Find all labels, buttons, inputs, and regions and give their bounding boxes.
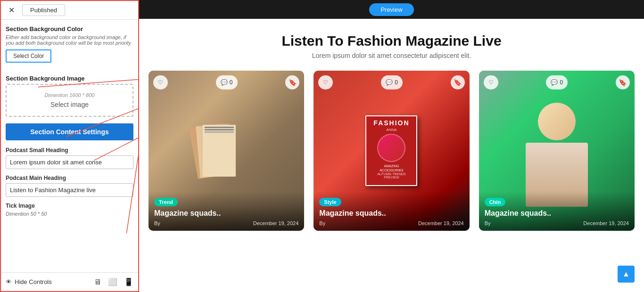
card-1-by: By: [154, 220, 160, 226]
bg-color-title: Section Background Color: [6, 25, 133, 32]
podcast-small-heading-group: Podcast Small Heading: [6, 147, 133, 169]
card-3-overlay: Chin Magazine squads.. By December 19, 2…: [479, 192, 635, 231]
published-button[interactable]: Published: [22, 4, 65, 16]
preview-button[interactable]: Preview: [369, 3, 413, 16]
panel-header: ✕ Published: [1, 1, 138, 20]
card-2-title: Magazine squads..: [319, 209, 463, 218]
section-subtitle: Lorem ipsum dolor sit amet consectetur a…: [149, 52, 635, 59]
select-image-label: Select image: [14, 101, 125, 108]
heart-icon: ♡: [158, 79, 163, 86]
eye-icon: 👁: [6, 278, 12, 285]
podcast-main-heading-input[interactable]: [6, 183, 133, 197]
card-3-bookmark[interactable]: 🔖: [616, 75, 630, 89]
comment-icon-3: 💬: [551, 79, 558, 86]
card-1-comment-count: 0: [230, 79, 233, 86]
card-3-comment-count: 0: [560, 79, 563, 86]
hide-controls-button[interactable]: 👁 Hide Controls: [6, 278, 52, 285]
bookmark-icon-2: 🔖: [454, 79, 462, 86]
card-1-date: December 19, 2024: [253, 220, 299, 226]
image-upload-area[interactable]: Dimention 1600 * 800 Select image: [6, 84, 133, 117]
card-3-icons: ♡ 💬 0 🔖: [479, 75, 635, 89]
card-3-title: Magazine squads..: [485, 209, 629, 218]
card-1: ♡ 💬 0 🔖 Trend Magazine squads.. By: [149, 71, 304, 231]
main-content: Preview Listen To Fashion Magazine Live …: [139, 0, 644, 292]
card-2-meta: By December 19, 2024: [319, 220, 463, 226]
content-area: Listen To Fashion Magazine Live Lorem ip…: [139, 19, 644, 292]
hide-controls-label: Hide Controls: [15, 278, 52, 285]
tick-image-dim: Dimention 50 * 50: [6, 211, 133, 217]
card-2: FASHION ANNA AMAZINGACCESSORIES AUTUMN T…: [314, 71, 469, 231]
content-settings-button[interactable]: Section Content Settings: [6, 123, 133, 140]
left-panel: ✕ Published Section Background Color Eit…: [0, 0, 139, 292]
card-1-overlay: Trend Magazine squads.. By December 19, …: [149, 192, 304, 231]
cards-grid: ♡ 💬 0 🔖 Trend Magazine squads.. By: [149, 71, 635, 231]
comment-icon-2: 💬: [386, 79, 393, 86]
podcast-main-heading-group: Podcast Main Heading: [6, 175, 133, 197]
card-2-by: By: [319, 220, 325, 226]
bg-image-title: Section Background Image: [6, 75, 133, 82]
heart-icon-2: ♡: [323, 79, 328, 86]
monitor-button[interactable]: 🖥: [94, 277, 101, 286]
card-2-bookmark[interactable]: 🔖: [451, 75, 465, 89]
bookmark-icon-3: 🔖: [619, 79, 627, 86]
close-button[interactable]: ✕: [6, 5, 17, 16]
panel-content: Section Background Color Either add back…: [1, 20, 138, 272]
podcast-main-heading-label: Podcast Main Heading: [6, 175, 133, 181]
card-3-tag: Chin: [485, 198, 505, 206]
tick-image-label: Tick Image: [6, 203, 133, 209]
card-2-overlay: Style Magazine squads.. By December 19, …: [314, 192, 469, 231]
card-1-meta: By December 19, 2024: [154, 220, 298, 226]
card-1-title: Magazine squads..: [154, 209, 298, 218]
card-1-bookmark[interactable]: 🔖: [285, 75, 299, 89]
card-2-date: December 19, 2024: [418, 220, 464, 226]
footer-icons: 🖥 ⬜ 📱: [94, 277, 133, 286]
tick-image-group: Tick Image Dimention 50 * 50: [6, 203, 133, 217]
card-2-heart[interactable]: ♡: [318, 75, 333, 89]
panel-footer: 👁 Hide Controls 🖥 ⬜ 📱: [1, 272, 138, 291]
card-2-comment-count: 0: [395, 79, 398, 86]
bookmark-icon: 🔖: [289, 79, 297, 86]
card-3-meta: By December 19, 2024: [485, 220, 629, 226]
card-1-heart[interactable]: ♡: [153, 75, 168, 89]
dimension-label: Dimention 1600 * 800: [14, 92, 125, 98]
top-bar: Preview: [139, 0, 644, 19]
card-1-comments[interactable]: 💬 0: [216, 75, 238, 89]
select-color-button[interactable]: Select Color: [6, 49, 51, 63]
card-3-date: December 19, 2024: [583, 220, 629, 226]
heart-icon-3: ♡: [488, 79, 494, 86]
bg-color-desc: Either add background color or backgroun…: [6, 34, 133, 46]
podcast-small-heading-input[interactable]: [6, 155, 133, 169]
mobile-button[interactable]: 📱: [124, 277, 133, 286]
tablet-button[interactable]: ⬜: [108, 277, 117, 286]
card-1-icons: ♡ 💬 0 🔖: [149, 75, 304, 89]
comment-icon: 💬: [221, 79, 228, 86]
section-heading: Listen To Fashion Magazine Live Lorem ip…: [149, 33, 635, 59]
scroll-to-top-button[interactable]: ▲: [618, 266, 635, 283]
podcast-small-heading-label: Podcast Small Heading: [6, 147, 133, 154]
card-3-heart[interactable]: ♡: [484, 75, 498, 89]
background-image-section: Section Background Image Dimention 1600 …: [6, 75, 133, 117]
card-2-tag: Style: [319, 198, 341, 206]
card-3-comments[interactable]: 💬 0: [546, 75, 568, 89]
section-title: Listen To Fashion Magazine Live: [149, 33, 635, 49]
card-2-icons: ♡ 💬 0 🔖: [314, 75, 469, 89]
card-2-comments[interactable]: 💬 0: [381, 75, 403, 89]
background-color-section: Section Background Color Either add back…: [6, 25, 133, 69]
card-1-tag: Trend: [154, 198, 178, 206]
card-3: ♡ 💬 0 🔖 Chin Magazine squads.. By: [479, 71, 635, 231]
card-3-by: By: [485, 220, 491, 226]
